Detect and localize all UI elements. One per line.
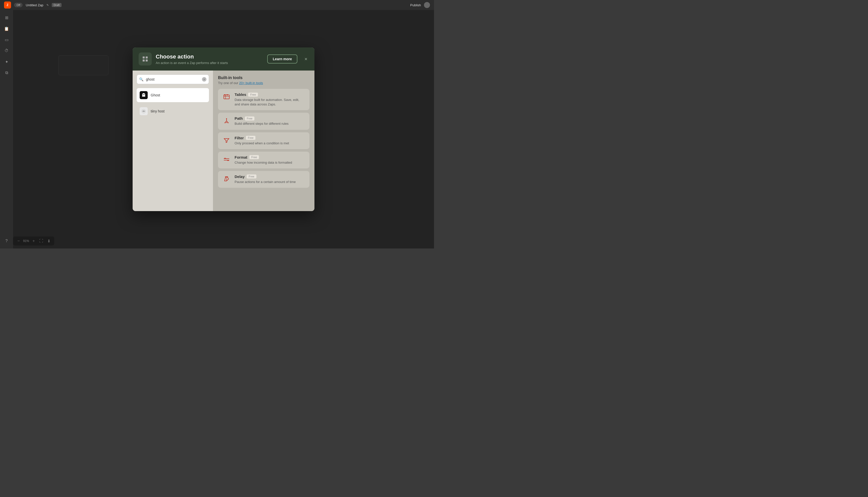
svg-rect-2 [143,59,145,61]
search-input[interactable] [137,74,209,84]
svg-point-16 [227,122,228,123]
delay-info: Delay Free Pause actions for a certain a… [235,174,305,184]
tool-card-path[interactable]: Path Free Build different steps for diff… [218,113,309,129]
left-sidebar: ⊞ 📋 ▭ ⏱ ✦ ⧉ ? [0,10,13,248]
sidebar-item-file[interactable]: 📋 [2,24,11,33]
modal-close-button[interactable]: × [304,55,308,63]
zapier-logo: Z [4,1,11,9]
path-info: Path Free Build different steps for diff… [235,116,305,126]
modal-body: 🔍 × Ghost [132,71,314,211]
publish-button[interactable]: Publish [410,3,421,7]
sidebar-item-layout[interactable]: ▭ [2,35,11,44]
tables-name: Tables [235,93,246,97]
choose-action-modal: Choose action An action is an event a Za… [132,47,314,211]
ghost-logo [140,91,148,99]
modal-header-text: Choose action An action is an event a Za… [156,54,263,65]
sidebar-item-layers[interactable]: ⧉ [2,68,11,77]
format-name-row: Format Free [235,155,305,159]
filter-badge: Free [246,136,256,140]
filter-desc: Only proceed when a condition is met [235,141,305,146]
tiiny-result-name: tiiny host [151,109,165,113]
filter-name: Filter [235,136,244,140]
format-icon [222,155,231,164]
format-name: Format [235,155,247,159]
path-name: Path [235,116,243,120]
delay-badge: Free [247,174,256,179]
ghost-result-name: Ghost [151,93,160,97]
svg-point-14 [226,118,227,119]
svg-rect-3 [146,59,148,61]
tables-info: Tables Free Data storage built for autom… [235,93,305,107]
filter-name-row: Filter Free [235,136,305,140]
path-icon [222,116,231,125]
filter-info: Filter Free Only proceed when a conditio… [235,136,305,146]
svg-rect-9 [224,95,229,99]
tables-name-row: Tables Free [235,93,305,97]
svg-rect-1 [146,56,148,58]
path-desc: Build different steps for different rule… [235,122,305,126]
tool-card-format[interactable]: Format Free Change how incoming data is … [218,152,309,168]
path-badge: Free [245,116,255,120]
edit-title-icon[interactable]: ✎ [46,3,49,7]
format-badge: Free [249,155,259,159]
svg-rect-13 [226,94,228,95]
search-icon: 🔍 [139,77,143,81]
tool-card-delay[interactable]: Delay Free Pause actions for a certain a… [218,171,309,188]
zap-title[interactable]: Untitled Zap [26,3,43,7]
delay-icon [222,174,231,184]
format-info: Format Free Change how incoming data is … [235,155,305,165]
tables-badge: Free [248,93,258,97]
builtin-tools-link[interactable]: 20+ built-in tools [239,81,263,85]
tool-card-filter[interactable]: Filter Free Only proceed when a conditio… [218,132,309,149]
sidebar-item-star[interactable]: ✦ [2,57,11,66]
sidebar-item-help[interactable]: ? [2,237,11,245]
sidebar-item-clock[interactable]: ⏱ [2,46,11,55]
svg-rect-12 [224,94,226,95]
topbar: Z Off Untitled Zap ✎ Draft Publish [0,0,434,10]
format-desc: Change how incoming data is formatted [235,160,305,165]
svg-point-21 [226,180,227,180]
tiiny-logo [140,107,148,115]
tables-desc: Data storage built for automation. Save,… [235,98,305,107]
search-clear-button[interactable]: × [202,77,207,82]
search-container: 🔍 × [137,74,209,84]
svg-rect-0 [143,56,145,58]
learn-more-button[interactable]: Learn more [267,55,297,63]
modal-subtitle: An action is an event a Zap performs aft… [156,61,263,65]
modal-builtin-pane: Built-in tools Try one of our 20+ built-… [213,71,314,211]
user-avatar[interactable] [424,2,430,8]
draft-badge: Draft [52,3,62,7]
delay-name: Delay [235,174,244,179]
modal-header-icon [139,53,152,66]
toggle-label: Off [17,3,20,6]
zap-toggle[interactable]: Off [14,3,23,7]
path-name-row: Path Free [235,116,305,120]
builtin-subtitle: Try one of our 20+ built-in tools [218,81,309,85]
search-result-ghost[interactable]: Ghost [137,88,209,102]
modal-header: Choose action An action is an event a Za… [132,47,314,71]
builtin-subtitle-prefix: Try one of our [218,81,239,85]
modal-title: Choose action [156,54,263,60]
modal-overlay: Choose action An action is an event a Za… [13,10,434,248]
svg-point-6 [143,94,144,95]
tool-card-tables[interactable]: Tables Free Data storage built for autom… [218,89,309,110]
builtin-title: Built-in tools [218,75,309,80]
search-result-tiiny[interactable]: tiiny host [137,104,209,118]
sidebar-item-grid[interactable]: ⊞ [2,13,11,22]
delay-name-row: Delay Free [235,174,305,179]
delay-desc: Pause actions for a certain amount of ti… [235,180,305,184]
svg-point-15 [225,122,226,123]
filter-icon [222,136,231,145]
svg-point-7 [144,94,145,95]
tables-icon [222,93,231,101]
modal-search-pane: 🔍 × Ghost [132,71,213,211]
